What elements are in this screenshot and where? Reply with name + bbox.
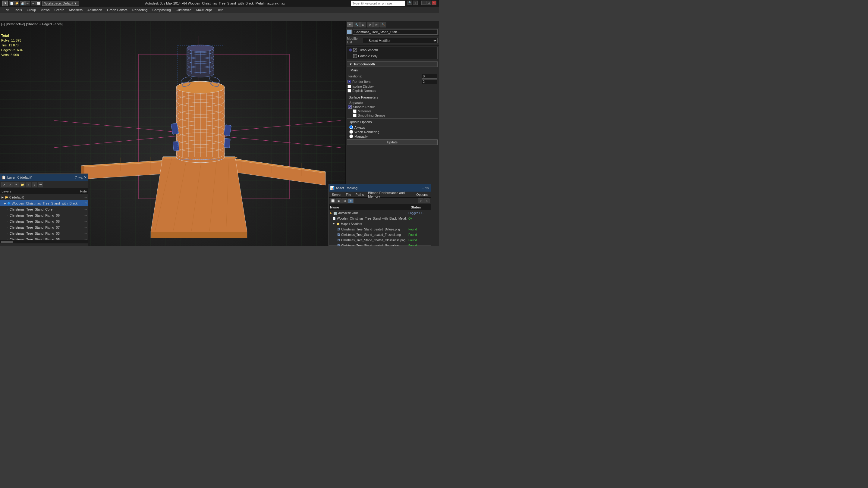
turbosmooth-header[interactable]: ▼ TurboSmooth [347, 61, 438, 67]
asset-menu-options[interactable]: Options [414, 192, 430, 197]
modifier-editable-poly[interactable]: ☐ Editable Poly [347, 53, 437, 59]
render-icon-btn[interactable]: ⬜ [36, 1, 41, 5]
asset-close-btn[interactable]: ✕ [427, 187, 430, 190]
open-btn[interactable]: 📂 [14, 1, 19, 5]
create-tab[interactable]: ✦ [347, 22, 353, 27]
menu-edit[interactable]: Edit [1, 7, 12, 13]
modifier-check[interactable]: ✓ [353, 48, 357, 52]
modifier-turbosmooth[interactable]: ✓ TurboSmooth [347, 47, 437, 53]
list-item[interactable]: · Christmas_Tree_Stand_Fixing_03 ···· [0, 230, 88, 236]
asset-menu-paths[interactable]: Paths [353, 192, 366, 197]
layers-scrollbar-thumb[interactable] [1, 241, 13, 243]
layers-maximize-btn[interactable]: □ [82, 176, 83, 179]
menu-group[interactable]: Group [24, 7, 38, 13]
asset-maximize-btn[interactable]: □ [425, 187, 427, 190]
layers-list[interactable]: ▶ 📂 0 (default) ···· ▶ 🔷 Wooden_Christma… [0, 194, 88, 240]
list-item[interactable]: · Christmas_Tree_Stand_Fixing_06 ···· [0, 213, 88, 218]
menu-compositing[interactable]: Compositing [150, 7, 173, 13]
object-name-input[interactable] [353, 29, 438, 35]
menu-modifiers[interactable]: Modifiers [67, 7, 85, 13]
modify-tab[interactable]: 🔧 [353, 22, 360, 27]
menu-animation[interactable]: Animation [85, 7, 104, 13]
new-btn[interactable]: 📄 [9, 1, 14, 5]
iterations-input[interactable] [422, 74, 437, 78]
viewport-label[interactable]: [+] [Perspective] [Shaded + Edged Faces] [1, 22, 63, 26]
asset-tool-4[interactable]: ≡ [348, 198, 353, 203]
list-item[interactable]: 🖼 Christmas_Tree_Stand_treated_Fresnel.p… [329, 232, 431, 237]
close-btn[interactable]: ✕ [432, 1, 436, 5]
layers-hscrollbar[interactable] [0, 240, 88, 243]
menu-maxscript[interactable]: MAXScript [194, 7, 214, 13]
asset-tool-3[interactable]: ⊞ [342, 198, 347, 203]
asset-menu-server[interactable]: Server [330, 192, 343, 197]
asset-help-btn[interactable]: ? [418, 198, 424, 203]
layers-move-up-btn[interactable]: ↑ [26, 182, 31, 187]
asset-menu-file[interactable]: File [344, 192, 353, 197]
smooth-result-check[interactable]: ✓ [348, 105, 352, 109]
list-item[interactable]: ▶ 🏢 Autodesk Vault Logged O... [329, 210, 431, 216]
menu-customize[interactable]: Customize [173, 7, 194, 13]
always-radio[interactable] [349, 125, 353, 129]
main-section-header[interactable]: Main [347, 68, 438, 73]
asset-status-text: Found [408, 238, 430, 242]
menu-views[interactable]: Views [38, 7, 52, 13]
menu-graph-editors[interactable]: Graph Editors [104, 7, 130, 13]
list-item[interactable]: ▼ 📁 Maps / Shaders [329, 221, 431, 227]
menu-tools[interactable]: Tools [12, 7, 24, 13]
asset-info-btn[interactable]: ℹ [424, 198, 430, 203]
materials-check[interactable] [353, 109, 356, 113]
display-tab[interactable]: ◎ [373, 22, 379, 27]
surface-params-header[interactable]: Surface Parameters [347, 95, 438, 100]
hierarchy-tab[interactable]: ⊞ [360, 22, 366, 27]
render-iters-input[interactable] [422, 79, 437, 84]
list-item[interactable]: ▶ 📂 0 (default) ···· [0, 194, 88, 200]
layers-select-btn[interactable]: ↗ [1, 182, 7, 187]
asset-minimize-btn[interactable]: ─ [422, 187, 424, 190]
manually-radio[interactable] [349, 134, 353, 138]
undo-btn[interactable]: ↩ [25, 1, 30, 5]
modifier-check-2[interactable]: ☐ [353, 54, 357, 58]
list-item[interactable]: 🖼 Christmas_Tree_Stand_treated_Normal.pn… [329, 243, 431, 246]
when-rendering-radio[interactable] [349, 130, 353, 134]
utilities-tab[interactable]: 🔨 [380, 22, 386, 27]
list-item[interactable]: · Christmas_Tree_Stand_Fixing_07 ···· [0, 224, 88, 230]
asset-tool-1[interactable]: ⬜ [330, 198, 336, 203]
layers-folder-btn[interactable]: 📁 [20, 182, 25, 187]
object-color-swatch[interactable] [347, 30, 352, 34]
motion-tab[interactable]: ⚙ [367, 22, 373, 27]
list-item[interactable]: ▶ 🔷 Wooden_Christmas_Tree_Stand_with_Bla… [0, 200, 88, 206]
layers-more-btn[interactable]: ⋯ [38, 182, 43, 187]
render-iters-check[interactable]: ✓ [347, 80, 351, 84]
maximize-btn[interactable]: □ [427, 1, 431, 5]
list-item[interactable]: · Christmas_Tree_Stand_Core ···· [0, 206, 88, 213]
menu-help[interactable]: Help [214, 7, 226, 13]
update-options-header[interactable]: Update Options [347, 120, 438, 124]
list-item[interactable]: · Christmas_Tree_Stand_Fixing_05 ···· [0, 236, 88, 240]
save-btn[interactable]: 💾 [20, 1, 25, 5]
asset-tool-2[interactable]: ▣ [336, 198, 341, 203]
list-item[interactable]: 🖼 Christmas_Tree_Stand_treated_Glossines… [329, 237, 431, 243]
layers-minimize-btn[interactable]: ─ [79, 176, 81, 179]
explicit-normals-check[interactable] [347, 89, 351, 93]
smoothing-groups-check[interactable] [353, 113, 356, 117]
list-item[interactable]: 📄 Wooden_Christmas_Tree_Stand_with_Black… [329, 216, 431, 221]
minimize-btn[interactable]: ─ [421, 1, 426, 5]
workspace-selector[interactable]: Workspace: Default ▼ [42, 1, 79, 6]
layers-delete-btn[interactable]: ✕ [7, 182, 13, 187]
help-icon-btn[interactable]: ? [413, 1, 418, 5]
layers-close-btn[interactable]: ✕ [84, 175, 87, 180]
isoline-check[interactable] [347, 85, 351, 88]
update-button[interactable]: Update [347, 139, 438, 145]
layers-move-down-btn[interactable]: ↓ [32, 182, 37, 187]
menu-rendering[interactable]: Rendering [130, 7, 150, 13]
layers-add-btn[interactable]: + [13, 182, 19, 187]
menu-create[interactable]: Create [52, 7, 67, 13]
redo-btn[interactable]: ↪ [31, 1, 36, 5]
asset-menu-bitmap[interactable]: Bitmap Performance and Memory [366, 192, 414, 197]
search-input[interactable] [351, 1, 405, 6]
search-icon-btn[interactable]: 🔍 [407, 1, 412, 5]
list-item[interactable]: · Christmas_Tree_Stand_Fixing_08 ···· [0, 218, 88, 224]
list-item[interactable]: 🖼 Christmas_Tree_Stand_treated_Diffuse.p… [329, 227, 431, 232]
app-icon: 3 [2, 1, 8, 6]
modifier-dropdown[interactable]: -- Select Modifier -- [363, 38, 438, 43]
